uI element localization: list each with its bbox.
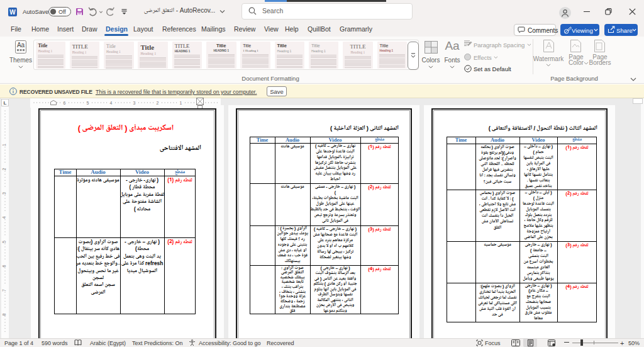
svg-text:3: 3 — [2, 192, 6, 195]
svg-text:5: 5 — [2, 241, 6, 243]
svg-text:6: 6 — [2, 265, 6, 267]
svg-text:4: 4 — [2, 216, 6, 219]
svg-text:3: 3 — [133, 101, 136, 105]
svg-text:Aa: Aa — [17, 42, 25, 48]
svg-text:1: 1 — [2, 144, 6, 146]
svg-text:2: 2 — [2, 168, 6, 170]
svg-text:Off: Off — [58, 9, 66, 15]
svg-text:5: 5 — [87, 101, 89, 105]
svg-text:2: 2 — [157, 101, 159, 105]
svg-text:8: 8 — [2, 313, 6, 316]
svg-text:7: 7 — [2, 289, 6, 292]
svg-text:W: W — [9, 9, 16, 16]
svg-text:4: 4 — [110, 101, 113, 105]
svg-text:1: 1 — [180, 101, 182, 105]
svg-text:6: 6 — [64, 101, 66, 105]
